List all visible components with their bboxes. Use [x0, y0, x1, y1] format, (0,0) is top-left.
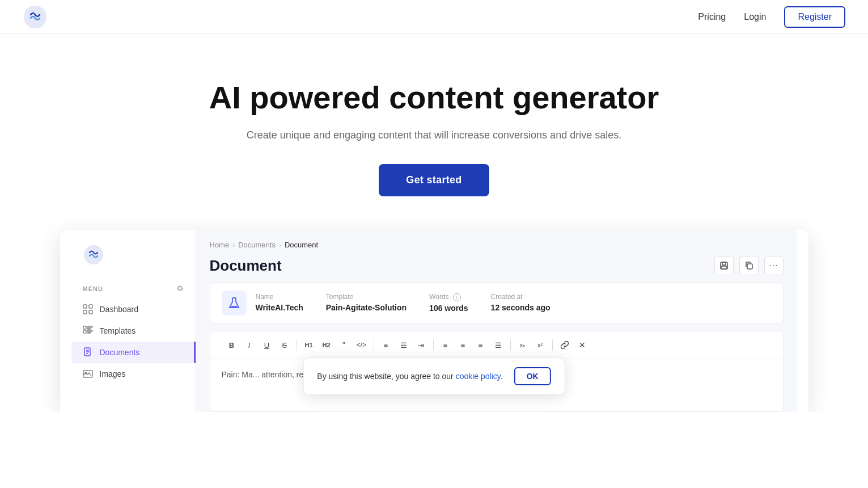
svg-rect-3 [89, 305, 92, 308]
document-title: Document [210, 257, 282, 275]
toolbar-clear[interactable]: ✕ [574, 337, 590, 353]
toolbar-indent[interactable]: ⇥ [413, 337, 429, 353]
toolbar-code[interactable]: </> [354, 337, 370, 353]
svg-rect-15 [721, 262, 727, 269]
hero-section: AI powered content generator Create uniq… [0, 34, 868, 230]
svg-rect-6 [83, 326, 86, 329]
flask-icon [227, 296, 241, 310]
svg-rect-5 [89, 310, 92, 314]
svg-point-1 [84, 245, 103, 264]
toolbar-strikethrough[interactable]: S [277, 337, 293, 353]
svg-rect-4 [83, 310, 87, 314]
template-value: Pain-Agitate-Solution [326, 303, 407, 312]
toolbar-align-right[interactable]: ≡ [473, 337, 489, 353]
copy-button[interactable] [739, 256, 759, 275]
breadcrumb-home[interactable]: Home [210, 241, 230, 249]
documents-icon [83, 347, 93, 357]
link-icon [561, 341, 569, 349]
sidebar-item-dashboard[interactable]: Dashboard [71, 298, 196, 320]
words-info-icon: i [453, 293, 461, 301]
cookie-policy-link[interactable]: cookie policy. [456, 372, 503, 381]
document-type-icon-wrap [222, 291, 247, 315]
cookie-ok-button[interactable]: OK [514, 367, 551, 385]
cookie-text: By using this website, you agree to our … [317, 372, 502, 381]
sidebar-item-label: Templates [100, 326, 136, 335]
more-button[interactable]: ··· [764, 256, 784, 275]
svg-rect-9 [83, 330, 86, 333]
sidebar-item-label: Images [100, 369, 126, 378]
login-link[interactable]: Login [744, 12, 766, 22]
document-info-card: Name WriteAI.Tech Template Pain-Agitate-… [210, 282, 784, 324]
svg-rect-7 [87, 326, 92, 327]
svg-rect-18 [747, 264, 752, 269]
toolbar-align-justify[interactable]: ☰ [490, 337, 506, 353]
toolbar-underline[interactable]: U [259, 337, 275, 353]
toolbar-sep-5 [552, 339, 553, 351]
menu-label: MENU [71, 279, 196, 298]
app-preview: MENU Dashboard Templates [60, 230, 808, 412]
breadcrumb-current: Document [285, 241, 318, 249]
svg-rect-8 [87, 329, 91, 329]
created-label: Created at [491, 293, 551, 301]
toolbar-bold[interactable]: B [224, 337, 240, 353]
toolbar-h1[interactable]: H1 [301, 337, 317, 353]
toolbar-align-left[interactable]: ≡ [438, 337, 454, 353]
toolbar-subscript[interactable]: x₂ [515, 337, 531, 353]
dashboard-icon [83, 304, 93, 314]
svg-rect-17 [721, 266, 727, 269]
templates-icon [83, 326, 93, 336]
sidebar-item-images[interactable]: Images [71, 363, 196, 385]
editor-toolbar: B I U S H1 H2 " </> ≡ ☰ ⇥ ≡ ≡ ≡ ☰ x₂ x² [210, 331, 784, 359]
toolbar-sep-1 [297, 339, 297, 351]
cookie-banner: By using this website, you agree to our … [303, 357, 565, 395]
words-label: Words i [429, 293, 468, 301]
sidebar-logo-icon [83, 244, 104, 266]
settings-icon[interactable] [175, 284, 184, 294]
hero-title: AI powered content generator [11, 79, 857, 116]
toolbar-sep-4 [510, 339, 511, 351]
svg-rect-10 [87, 330, 92, 331]
toolbar-link[interactable] [557, 337, 573, 353]
toolbar-ordered-list[interactable]: ≡ [378, 337, 394, 353]
document-actions: ··· [714, 256, 784, 275]
breadcrumb-sep-1: › [232, 241, 235, 249]
sidebar: MENU Dashboard Templates [71, 230, 196, 412]
more-icon: ··· [769, 260, 778, 271]
name-label: Name [256, 293, 303, 301]
sidebar-item-label: Documents [100, 348, 140, 357]
sidebar-logo[interactable] [71, 242, 196, 279]
copy-icon [744, 261, 753, 270]
field-created: Created at 12 seconds ago [491, 293, 551, 313]
toolbar-sep-2 [374, 339, 374, 351]
register-button[interactable]: Register [784, 6, 845, 28]
field-template: Template Pain-Agitate-Solution [326, 293, 407, 313]
sidebar-item-documents[interactable]: Documents [71, 342, 196, 363]
main-nav: Pricing Login Register [698, 6, 845, 28]
breadcrumb-documents[interactable]: Documents [238, 241, 276, 249]
toolbar-h2[interactable]: H2 [319, 337, 335, 353]
name-value: WriteAI.Tech [256, 303, 303, 312]
toolbar-unordered-list[interactable]: ☰ [396, 337, 412, 353]
words-value: 106 words [429, 304, 468, 313]
logo-icon [23, 5, 48, 30]
sidebar-item-templates[interactable]: Templates [71, 320, 196, 342]
template-label: Template [326, 293, 407, 301]
toolbar-align-center[interactable]: ≡ [455, 337, 471, 353]
logo[interactable] [23, 5, 48, 30]
toolbar-sep-3 [433, 339, 434, 351]
document-fields: Name WriteAI.Tech Template Pain-Agitate-… [256, 293, 772, 313]
get-started-button[interactable]: Get started [379, 164, 489, 196]
svg-rect-11 [87, 333, 91, 333]
field-name: Name WriteAI.Tech [256, 293, 303, 313]
images-icon [83, 369, 93, 379]
created-value: 12 seconds ago [491, 303, 551, 312]
save-button[interactable] [714, 256, 734, 275]
toolbar-italic[interactable]: I [242, 337, 257, 353]
sidebar-item-label: Dashboard [100, 305, 139, 314]
save-icon [719, 261, 729, 270]
breadcrumb-sep-2: › [279, 241, 281, 249]
pricing-link[interactable]: Pricing [698, 12, 726, 22]
document-header: Document ··· [196, 254, 797, 282]
toolbar-quote[interactable]: " [336, 337, 352, 353]
toolbar-superscript[interactable]: x² [532, 337, 548, 353]
